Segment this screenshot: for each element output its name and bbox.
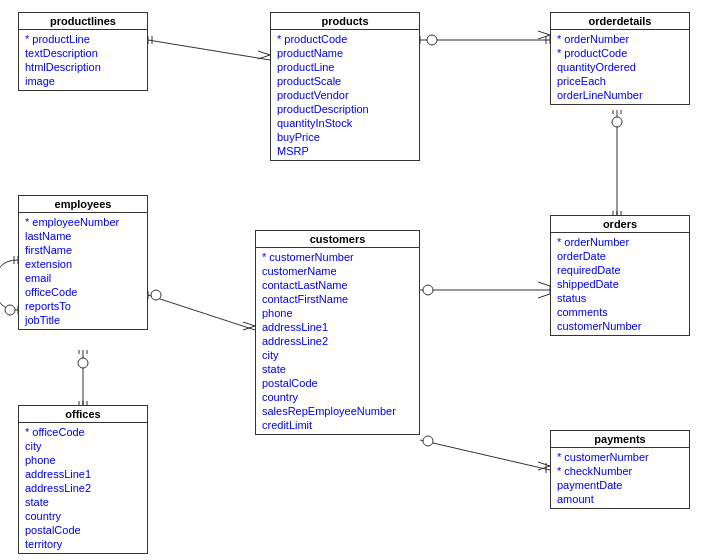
svg-line-2 — [258, 55, 270, 59]
entity-offices-body: officeCode city phone addressLine1 addre… — [19, 423, 147, 553]
field-extension: extension — [25, 257, 141, 271]
field-requiredDate: requiredDate — [557, 263, 683, 277]
entity-customers: customers customerNumber customerName co… — [255, 230, 420, 435]
field-customerNumber: customerNumber — [262, 250, 413, 264]
entity-payments-body: customerNumber checkNumber paymentDate a… — [551, 448, 689, 508]
entity-orders-title: orders — [551, 216, 689, 233]
field-officeCode: officeCode — [25, 425, 141, 439]
svg-line-16 — [148, 295, 255, 330]
entity-orders-body: orderNumber orderDate requiredDate shipp… — [551, 233, 689, 335]
field-state-off: state — [25, 495, 141, 509]
svg-point-36 — [612, 117, 622, 127]
field-email: email — [25, 271, 141, 285]
field-creditLimit: creditLimit — [262, 418, 413, 432]
field-addressLine1-cust: addressLine1 — [262, 320, 413, 334]
field-orderLineNumber: orderLineNumber — [557, 88, 683, 102]
entity-productlines: productlines productLine textDescription… — [18, 12, 148, 91]
svg-point-18 — [151, 290, 161, 300]
field-quantityOrdered: quantityOrdered — [557, 60, 683, 74]
entity-payments: payments customerNumber checkNumber paym… — [550, 430, 690, 509]
field-shippedDate: shippedDate — [557, 277, 683, 291]
field-postalCode-cust: postalCode — [262, 376, 413, 390]
field-customerNumber-o: customerNumber — [557, 319, 683, 333]
entity-products-body: productCode productName productLine prod… — [271, 30, 419, 160]
entity-productlines-title: productlines — [19, 13, 147, 30]
field-addressLine2-off: addressLine2 — [25, 481, 141, 495]
entity-employees: employees employeeNumber lastName firstN… — [18, 195, 148, 330]
field-MSRP: MSRP — [277, 144, 413, 158]
entity-customers-body: customerNumber customerName contactLastN… — [256, 248, 419, 434]
field-productScale: productScale — [277, 74, 413, 88]
entity-offices-title: offices — [19, 406, 147, 423]
svg-line-40 — [420, 440, 550, 470]
field-priceEach: priceEach — [557, 74, 683, 88]
entity-products: products productCode productName product… — [270, 12, 420, 161]
field-image: image — [25, 74, 141, 88]
field-customerName: customerName — [262, 264, 413, 278]
field-checkNumber: checkNumber — [557, 464, 683, 478]
field-buyPrice: buyPrice — [277, 130, 413, 144]
field-productVendor: productVendor — [277, 88, 413, 102]
field-phone-cust: phone — [262, 306, 413, 320]
entity-productlines-body: productLine textDescription htmlDescript… — [19, 30, 147, 90]
field-firstName: firstName — [25, 243, 141, 257]
svg-point-15 — [5, 305, 15, 315]
field-productCode: productCode — [277, 32, 413, 46]
field-productName: productName — [277, 46, 413, 60]
svg-line-31 — [538, 282, 550, 286]
svg-line-42 — [538, 462, 550, 466]
svg-line-0 — [148, 40, 270, 60]
svg-line-11 — [538, 35, 550, 39]
svg-line-32 — [538, 294, 550, 298]
svg-line-20 — [243, 326, 255, 330]
field-productCode-od: productCode — [557, 46, 683, 60]
field-orderDate: orderDate — [557, 249, 683, 263]
entity-employees-body: employeeNumber lastName firstName extens… — [19, 213, 147, 329]
entity-offices: offices officeCode city phone addressLin… — [18, 405, 148, 554]
field-addressLine1-off: addressLine1 — [25, 467, 141, 481]
field-territory: territory — [25, 537, 141, 551]
entity-products-title: products — [271, 13, 419, 30]
field-productLine: productLine — [277, 60, 413, 74]
field-postalCode-off: postalCode — [25, 523, 141, 537]
field-employeeNumber: employeeNumber — [25, 215, 141, 229]
svg-line-43 — [538, 466, 550, 470]
entity-orders: orders orderNumber orderDate requiredDat… — [550, 215, 690, 336]
svg-point-29 — [423, 285, 433, 295]
field-contactFirstName: contactFirstName — [262, 292, 413, 306]
field-textDescription: textDescription — [25, 46, 141, 60]
field-quantityInStock: quantityInStock — [277, 116, 413, 130]
svg-point-9 — [427, 35, 437, 45]
field-reportsTo: reportsTo — [25, 299, 141, 313]
field-comments: comments — [557, 305, 683, 319]
entity-employees-title: employees — [19, 196, 147, 213]
field-orderNumber-o: orderNumber — [557, 235, 683, 249]
field-addressLine2-cust: addressLine2 — [262, 334, 413, 348]
field-state-cust: state — [262, 362, 413, 376]
field-officeCode-emp: officeCode — [25, 285, 141, 299]
entity-customers-title: customers — [256, 231, 419, 248]
field-orderNumber-od: orderNumber — [557, 32, 683, 46]
svg-line-10 — [538, 31, 550, 35]
field-paymentDate: paymentDate — [557, 478, 683, 492]
field-jobTitle: jobTitle — [25, 313, 141, 327]
field-country-cust: country — [262, 390, 413, 404]
field-city-cust: city — [262, 348, 413, 362]
entity-payments-title: payments — [551, 431, 689, 448]
field-country-off: country — [25, 509, 141, 523]
field-lastName: lastName — [25, 229, 141, 243]
field-contactLastName: contactLastName — [262, 278, 413, 292]
field-htmlDescription: htmlDescription — [25, 60, 141, 74]
field-city-off: city — [25, 439, 141, 453]
svg-point-41 — [423, 436, 433, 446]
entity-orderdetails-title: orderdetails — [551, 13, 689, 30]
field-salesRepEmployeeNumber: salesRepEmployeeNumber — [262, 404, 413, 418]
svg-point-24 — [78, 358, 88, 368]
entity-orderdetails: orderdetails orderNumber productCode qua… — [550, 12, 690, 105]
field-productLine: productLine — [25, 32, 141, 46]
entity-orderdetails-body: orderNumber productCode quantityOrdered … — [551, 30, 689, 104]
field-phone-off: phone — [25, 453, 141, 467]
field-status: status — [557, 291, 683, 305]
svg-line-19 — [243, 322, 255, 326]
field-productDescription: productDescription — [277, 102, 413, 116]
